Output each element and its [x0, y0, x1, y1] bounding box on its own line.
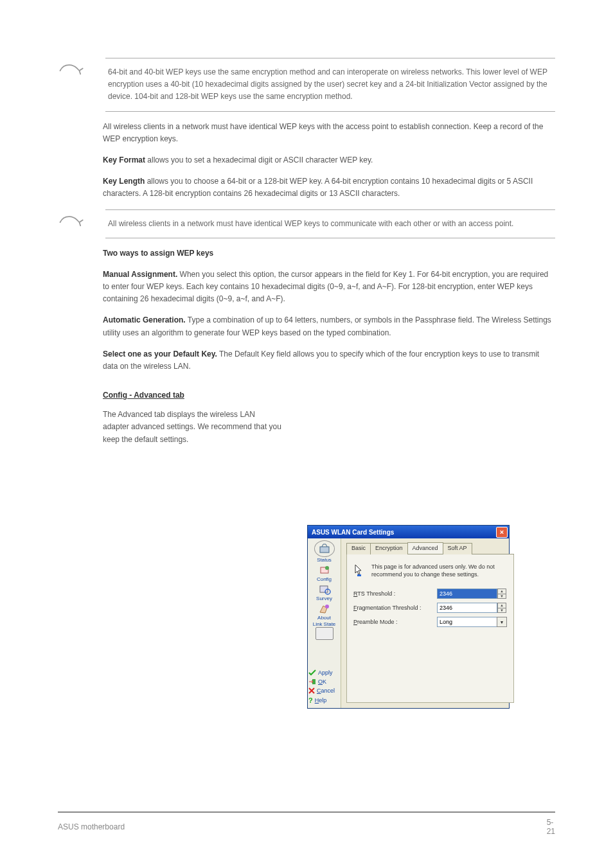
exit-icon [308, 678, 316, 685]
svg-point-5 [325, 605, 329, 608]
x-icon [308, 687, 315, 694]
sidebar-status-label: Status [317, 557, 332, 563]
sidebar-item-config[interactable]: Config [316, 563, 333, 582]
dialog-titlebar: ASUS WLAN Card Settings × [308, 526, 509, 538]
frag-up[interactable]: ▲ [497, 603, 506, 608]
svg-point-2 [325, 566, 329, 570]
preamble-input[interactable] [437, 617, 497, 627]
apply-label: Apply [318, 669, 333, 676]
preamble-dropdown-button[interactable]: ▼ [497, 617, 507, 627]
cancel-label: ancel [321, 687, 335, 694]
tab-basic[interactable]: Basic [346, 543, 371, 554]
sidebar-item-survey[interactable]: Survey [316, 583, 333, 601]
help-label: elp [319, 697, 326, 704]
cancel-button[interactable]: Cancel [308, 687, 341, 695]
sidebar-config-label: Config [317, 576, 332, 582]
question-icon: ? [308, 696, 313, 704]
rts-label: RTS Threshold : [353, 590, 431, 597]
para-key-length: Key Length allows you to choose a 64-bit… [103, 175, 555, 200]
section-title: Config - Advanced tab [103, 391, 555, 400]
svg-rect-7 [357, 574, 361, 576]
rts-spinner[interactable]: ▲▼ [437, 589, 506, 599]
page-footer: ASUS motherboard 5-21 [58, 811, 555, 836]
wlan-settings-dialog: ASUS WLAN Card Settings × Status Config [307, 525, 510, 709]
sidebar-item-linkstate[interactable]: Link State [313, 621, 336, 640]
check-icon [308, 669, 316, 676]
tab-advanced[interactable]: Advanced [407, 542, 443, 554]
survey-icon [316, 583, 333, 596]
sidebar-about-label: About [317, 615, 331, 621]
note-2-text: All wireless clients in a network must h… [105, 209, 555, 238]
section-intro: The Advanced tab displays the wireless L… [103, 409, 283, 446]
tab-encryption[interactable]: Encryption [370, 543, 408, 554]
para-auto: Automatic Generation. Type a combination… [103, 314, 555, 339]
rts-up[interactable]: ▲ [497, 589, 506, 594]
sidebar-linkstate-label: Link State [313, 621, 336, 627]
advanced-info-text: This page is for advanced users only. We… [371, 563, 507, 578]
status-icon [316, 542, 333, 555]
cursor-icon [353, 563, 365, 578]
rts-down[interactable]: ▼ [497, 594, 506, 599]
ok-label: K [323, 678, 326, 685]
config-tabs: Basic Encryption Advanced Soft AP [346, 542, 514, 554]
frag-input[interactable] [437, 603, 497, 613]
svg-rect-0 [320, 547, 329, 553]
note-1-text: 64-bit and 40-bit WEP keys use the same … [105, 58, 555, 112]
frag-spinner[interactable]: ▲▼ [437, 603, 506, 613]
frag-down[interactable]: ▼ [497, 608, 506, 614]
rts-input[interactable] [437, 589, 497, 599]
advanced-panel: This page is for advanced users only. We… [346, 554, 514, 703]
footer-left: ASUS motherboard [58, 822, 547, 831]
apply-button[interactable]: Apply [308, 669, 341, 677]
dialog-sidebar: Status Config Survey About [308, 538, 341, 708]
tab-softap[interactable]: Soft AP [443, 543, 472, 554]
ok-button[interactable]: OK [308, 678, 341, 686]
para-manual: Manual Assignment. When you select this … [103, 269, 555, 306]
config-icon [316, 563, 333, 576]
sidebar-survey-label: Survey [316, 596, 332, 601]
linkstate-icon [315, 627, 333, 640]
sidebar-item-about[interactable]: About [316, 602, 333, 621]
para-default-key: Select one as your Default Key. The Defa… [103, 348, 555, 373]
para-two-ways: Two ways to assign WEP keys [103, 247, 555, 260]
footer-page-number: 5-21 [547, 818, 555, 836]
close-button[interactable]: × [496, 527, 508, 538]
frag-label: Fragmentation Threshold : [353, 605, 431, 611]
about-icon [316, 602, 333, 615]
para-key-format: Key Format allows you to set a hexadecim… [103, 154, 555, 166]
preamble-dropdown[interactable]: ▼ [437, 617, 507, 627]
para-identical-keys: All wireless clients in a network must h… [103, 121, 555, 145]
note-hand-icon [58, 58, 86, 82]
help-button[interactable]: ? Help [308, 696, 341, 705]
preamble-label: Preamble Mode : [353, 619, 431, 625]
note-hand-icon-2 [58, 209, 86, 234]
dialog-title: ASUS WLAN Card Settings [312, 529, 496, 536]
sidebar-item-status[interactable]: Status [314, 540, 335, 563]
